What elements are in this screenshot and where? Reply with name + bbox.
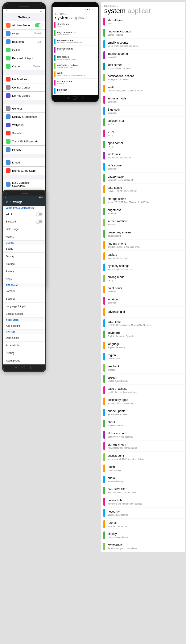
ios-row-hotspot[interactable]: Personal Hotspot ›	[3, 54, 45, 62]
ios-row-wallpaper[interactable]: Wallpaper ›	[3, 121, 45, 129]
wps-item-13[interactable]: kid's corner turned off	[101, 161, 185, 172]
android-wifi-toggle[interactable]	[36, 212, 42, 216]
android-row-printing[interactable]: Printing	[3, 349, 45, 357]
ios-row-control-center[interactable]: Control Center ›	[3, 84, 45, 92]
wp-item-wifi[interactable]: Wi-Fi Not connected, Wi-Fi sense turned …	[53, 70, 98, 78]
ios-row-mail[interactable]: Mail, Contacts, Calendars ›	[3, 180, 45, 190]
wps-item-27[interactable]: date+time UTC-06:00 Guadalajara, Mexico …	[101, 318, 185, 329]
wps-item-7[interactable]: airplane mode turned off	[101, 94, 185, 106]
wps-item-39[interactable]: access point set up internet, MMS and in…	[101, 452, 185, 463]
wps-item-8[interactable]: Bluetooth turned on	[101, 106, 185, 117]
android-row-display[interactable]: Display	[3, 252, 45, 260]
wps-item-35[interactable]: phone update get software updates	[101, 407, 185, 418]
wps-item-28[interactable]: keyboard English, Japanese, Spanish	[101, 329, 185, 340]
wp-back-button[interactable]	[67, 97, 69, 99]
ios-row-airplane[interactable]: Airplane Mode	[3, 21, 45, 30]
wps-item-30[interactable]: region United States	[101, 351, 185, 362]
ios-row-notifications[interactable]: Notifications ›	[3, 75, 45, 84]
wps-item-43[interactable]: device hub connect to and manage your de…	[101, 496, 185, 508]
wp-item-notifications[interactable]: notifications+actions manage action cent…	[53, 62, 98, 70]
wps-item-3[interactable]: internet sharing turned off	[101, 50, 185, 61]
airplane-toggle[interactable]	[35, 23, 42, 28]
wp-start-button[interactable]	[73, 96, 77, 100]
android-back-button[interactable]	[15, 366, 17, 369]
wps-item-42[interactable]: call+SMS filter block unwanted calls and…	[101, 485, 185, 496]
wps-item-17[interactable]: brightness automatic	[101, 206, 185, 217]
android-row-location[interactable]: Location	[3, 287, 45, 295]
wps-item-9[interactable]: cellular+SIM no SIM	[101, 117, 185, 128]
wp-item-bluetooth[interactable]: Bluetooth turned on	[53, 87, 98, 95]
ios-row-privacy[interactable]: Privacy ›	[3, 146, 45, 154]
wps-item-14[interactable]: battery saver turned off, 100% battery l…	[101, 172, 185, 184]
wps-item-29[interactable]: language English, Japanese	[101, 340, 185, 351]
wps-item-4[interactable]: lock screen screen timeout: 1 minute	[101, 61, 185, 72]
wps-item-45[interactable]: rate us we value your opinion	[101, 519, 185, 530]
android-row-more[interactable]: More...	[3, 233, 45, 240]
android-row-bluetooth[interactable]: Bluetooth	[3, 218, 45, 226]
android-row-battery[interactable]: Battery	[3, 268, 45, 275]
wp-item-start[interactable]: start+theme steel	[53, 21, 98, 29]
android-bluetooth-toggle[interactable]	[36, 220, 42, 223]
wp-search-button[interactable]	[81, 96, 84, 100]
wps-item-19[interactable]: project my screen not connected	[101, 228, 185, 240]
wps-item-37[interactable]: Nokia account Set up your Nokia account.	[101, 429, 185, 440]
ios-row-touchid[interactable]: Touch ID & Passcode ›	[3, 137, 45, 146]
ios-row-cellular[interactable]: Cellular ›	[3, 46, 45, 54]
wps-item-44[interactable]: network+ advanced call settings	[101, 508, 185, 519]
android-recents-button[interactable]	[30, 366, 33, 369]
wp-item-internet[interactable]: internet sharing turned off	[53, 46, 98, 54]
wps-item-16[interactable]: storage sense phone: 25.10 GB free, SD c…	[101, 195, 185, 206]
android-row-wifi[interactable]: Wi-Fi	[3, 210, 45, 218]
wps-item-24[interactable]: quiet hours turned off	[101, 284, 185, 295]
wps-item-40[interactable]: touch visual settings	[101, 463, 185, 474]
ios-row-bluetooth[interactable]: Bluetooth Off ›	[3, 38, 45, 46]
wps-item-18[interactable]: screen rotation unlocked	[101, 217, 185, 228]
android-row-date[interactable]: Date & time	[3, 334, 45, 342]
android-row-sound[interactable]: Sound	[3, 245, 45, 252]
wps-item-21[interactable]: backup save stuff to the cloud	[101, 251, 185, 262]
android-row-language[interactable]: Language & input	[3, 302, 45, 310]
wps-item-15[interactable]: data sense Cellular: 330 MB Wi-Fi: 310 M…	[101, 184, 185, 195]
wps-item-34[interactable]: accessory apps get notifications dla acc…	[101, 396, 185, 407]
wps-item-10[interactable]: VPN set up	[101, 128, 185, 139]
wps-item-25[interactable]: location turned off	[101, 295, 185, 306]
wps-item-20[interactable]: find my phone ring, lock, erase, or find…	[101, 240, 185, 251]
wps-item-0[interactable]: start+theme steel	[101, 16, 185, 28]
ios-row-icloud[interactable]: iCloud ›	[3, 158, 45, 167]
ios-row-carrier[interactable]: Carrier Carrier ›	[3, 62, 45, 70]
ios-row-sounds[interactable]: Sounds ›	[3, 129, 45, 137]
wp-item-ringtones[interactable]: ringtones+sounds Carrier Ringtone	[53, 29, 98, 38]
ios-row-itunes[interactable]: iTunes & App Store ›	[3, 167, 45, 175]
android-row-about[interactable]: About phone	[3, 357, 45, 364]
ios-row-dnd[interactable]: Do Not Disturb ›	[3, 92, 45, 100]
wps-item-46[interactable]: display colour, tiling and color	[101, 530, 185, 541]
android-row-add-account[interactable]: Add account	[3, 322, 45, 330]
wp-item-email[interactable]: email+accounts set up email, contacts an…	[53, 38, 98, 46]
wp-item-lock[interactable]: lock screen screen timeout: 1 minute	[53, 54, 98, 62]
wps-item-6[interactable]: Wi-Fi Not connected, Wi-Fi sense turned …	[101, 83, 185, 94]
wps-item-38[interactable]: storage check view storage and manage ap…	[101, 440, 185, 452]
wps-item-1[interactable]: ringtones+sounds Carrier Ringtone	[101, 28, 185, 38]
android-row-storage[interactable]: Storage	[3, 260, 45, 268]
wps-item-31[interactable]: feedback enabled	[101, 362, 185, 374]
ios-row-wifi[interactable]: Wi-Fi Guest ›	[3, 30, 45, 38]
android-row-backup[interactable]: Backup & reset	[3, 310, 45, 318]
android-row-apps[interactable]: Apps	[3, 275, 45, 283]
ios-row-display[interactable]: Display & Brightness ›	[3, 113, 45, 121]
wp-item-airplane[interactable]: airplane mode turned off	[53, 78, 98, 87]
android-row-security[interactable]: Security	[3, 295, 45, 302]
wps-item-32[interactable]: speech English (United States)	[101, 374, 185, 385]
wps-item-2[interactable]: email+accounts set up email, contacts an…	[101, 38, 185, 50]
wps-item-11[interactable]: apps corner set up	[101, 139, 185, 150]
ios-row-general[interactable]: General ›	[3, 104, 45, 113]
wps-item-22[interactable]: sync my settings use settings across dev…	[101, 262, 185, 273]
android-row-accessibility[interactable]: Accessibility	[3, 342, 45, 349]
wps-item-33[interactable]: ease of access live tile, high contrast,…	[101, 385, 185, 396]
wps-item-23[interactable]: driving mode set up	[101, 273, 185, 284]
wps-item-36[interactable]: about Windows Phone	[101, 418, 185, 429]
wps-item-5[interactable]: notifications+actions manage action cent…	[101, 72, 185, 83]
wps-item-26[interactable]: advertising id	[101, 306, 185, 318]
wps-item-41[interactable]: audio advanced settings	[101, 474, 185, 485]
wps-item-12[interactable]: workplace add a workplace account	[101, 150, 185, 161]
android-home-button[interactable]	[22, 366, 25, 369]
